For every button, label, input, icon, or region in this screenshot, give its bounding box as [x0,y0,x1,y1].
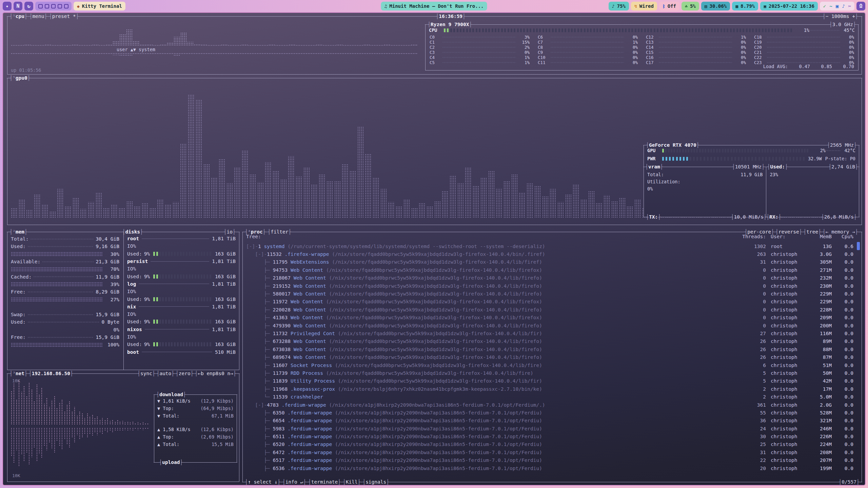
mem-stat-row: Available:21,3 GiB [11,258,119,265]
reverse-toggle[interactable]: reverse [775,229,802,235]
process-row[interactable]: ├─ 6654 .ferdium-wrappe (/nix/store/a1pj… [246,417,853,425]
disks-title[interactable]: disks [122,229,143,235]
process-row[interactable]: ├─ 479390 Web Content (/nix/store/fqadd0… [246,322,853,329]
launcher-icon[interactable]: ✦ [3,2,12,11]
mem-box-title[interactable]: ²mem [9,229,27,235]
tree-toggle[interactable]: tree [804,229,821,235]
sync-button[interactable]: sync [137,371,155,376]
gpu-power-meter [662,157,805,161]
cpu-user-graph [11,26,418,46]
process-row[interactable]: ├─ 6472 .ferdium-wrappe (/nix/store/a1pj… [246,448,853,456]
process-row[interactable]: [-]-4783 .ferdium-wrappe (/nix/store/a1p… [246,401,853,409]
process-row[interactable]: ├─ 219152 Web Content (/nix/store/fqadd0… [246,282,853,290]
net-stat-row: ▼ 1,61 KiB/s(12,9 Kibps) [154,397,237,405]
check-icon[interactable]: ✓ [823,3,826,9]
workspace-icon[interactable] [38,4,43,8]
update-icon[interactable]: ↻ [24,2,33,11]
process-row[interactable]: ├─ 11972 Web Content (/nix/store/fqadd0b… [246,298,853,306]
zero-button[interactable]: zero [176,371,193,376]
net-box-title[interactable]: ³net [9,371,27,376]
process-row[interactable]: ├─ 6520 .ferdium-wrappe (/nix/store/a1pj… [246,441,853,448]
scrollbar-thumb[interactable] [857,242,860,250]
status-cpu-usage[interactable]: ☘5% [682,2,699,11]
menu-button[interactable]: menu [29,14,47,19]
process-row[interactable]: ├─ 6536 .ferdium-wrappe (/nix/store/a1pj… [246,464,853,472]
kitty-terminal-button[interactable]: ◆ Kitty Terminal [74,2,125,11]
header-tree[interactable]: Tree: [246,234,739,239]
kill-control[interactable]: Kill [343,479,360,485]
gpu-box-title[interactable]: ⁵gpu0 [9,75,30,81]
workspace-icon[interactable] [64,4,68,8]
info-control[interactable]: info ↵ [282,479,306,485]
process-row[interactable]: ├─ 220028 Web Content (/nix/store/fqadd0… [246,306,853,313]
signals-control[interactable]: signals [362,479,389,485]
header-cpu[interactable]: Cpu% [832,234,853,239]
process-row[interactable]: ├─ 218067 Web Content (/nix/store/fqadd0… [246,274,853,282]
header-user[interactable]: User: [766,234,806,239]
net-stat-row: ▲ Top:(2,69 Mibps) [154,433,237,441]
media-player[interactable]: ♫ Minuit Machine – Don't Run Fro... [381,2,487,11]
process-row[interactable]: ├─ 6511 .ferdium-wrappe (/nix/store/a1pj… [246,432,853,440]
mem-stat-row: Total:30,4 GiB [11,235,119,243]
process-row[interactable]: ├─ 94753 Web Content (/nix/store/fqadd0b… [246,266,853,274]
process-row[interactable]: └─ 11539 crashhelper 2christoph5.0M0.0 [246,393,853,401]
cpu-box-title[interactable]: ¹cpu [9,14,27,19]
process-row[interactable]: ├─ 11739 RDD Process (/nix/store/fqadd0b… [246,369,853,377]
core-row: C220% [754,55,854,60]
process-row[interactable]: ├─ 11607 Socket Process (/nix/store/fqad… [246,361,853,369]
disk-row: log1,81 TiB [127,280,236,288]
download-stats: ▼ 1,61 KiB/s(12,9 Kibps)▼ Top:(64,9 Mibp… [154,394,237,420]
selection-counter: 0/557 [839,479,860,485]
update-interval-control[interactable]: − 1000ms + [823,14,858,19]
cpu-total-row: CPU 1% 45°C [426,27,858,33]
process-row[interactable]: ├─ 11732 Privileged Cont (/nix/store/fqa… [246,329,853,337]
select-control[interactable]: ↑ select ↓ [245,479,280,485]
proc-box-title[interactable]: ⁴proc [245,229,265,235]
process-row[interactable]: [-]-1 systemd (/run/current-system/syste… [246,242,853,250]
terminate-control[interactable]: terminate [308,479,341,485]
workspace-icon[interactable] [51,4,56,8]
process-row[interactable]: ├─ 6350 .ferdium-wrappe (/nix/store/a1pj… [246,409,853,416]
core-row: C150% [646,50,746,55]
preset-button[interactable]: preset * [49,14,79,19]
process-row[interactable]: ├─ 11839 Utility Process (/nix/store/fqa… [246,377,853,385]
vram-section: vram 10501 MHz Total:11,9 GiB Utilizatio… [644,167,859,217]
workspace-icon[interactable] [58,4,62,8]
io-toggle[interactable]: io [224,229,236,235]
interface-switcher[interactable]: ←b enp8s0 n→ [195,371,236,376]
scissors-icon[interactable]: ✂ [848,3,851,9]
process-row[interactable]: [-]-11532 .firefox-wrappe (/nix/store/fq… [246,250,853,258]
disk-io-row: IO% [127,310,236,318]
header-threads[interactable]: Threads: [739,234,766,239]
auto-button[interactable]: auto [157,371,174,376]
status-bluetooth[interactable]: ᛒOff [659,2,679,11]
display-icon[interactable]: ▣ [836,3,839,9]
per-core-toggle[interactable]: per-core [745,229,774,235]
process-row[interactable]: ├─ 580017 Web Content (/nix/store/fqadd0… [246,290,853,298]
sort-column-selector[interactable]: ← memory → [823,229,858,235]
nixos-icon[interactable]: N [14,2,22,11]
status-volume[interactable]: ♪75% [609,2,629,11]
process-row[interactable]: ├─ 11795 WebExtensions (/nix/store/fqadd… [246,258,853,266]
status-network[interactable]: ↯Wired [631,2,657,11]
status-clock[interactable]: ▣2025-07-22 16:36 [760,2,818,11]
process-row[interactable]: ├─ 673038 Web Content (/nix/store/fqadd0… [246,345,853,353]
process-row[interactable]: ├─ 41363 Web Content (/nix/store/fqadd0b… [246,314,853,322]
btop-terminal: ¹cpu menu preset * 16:36:59 − 1000ms + u… [2,12,866,486]
filter-button[interactable]: filter [268,229,291,235]
disk-io-row: IO% [127,242,236,250]
core-row: C80% [538,45,638,50]
process-row[interactable]: ├─ 11968 .keepassxc-prox (/nix/store/bsl… [246,385,853,393]
wave-icon[interactable]: ~ [829,3,832,9]
status-memory-usage[interactable]: ▦8.79% [732,2,758,11]
process-row[interactable]: ├─ 673288 Web Content (/nix/store/fqadd0… [246,338,853,345]
process-row[interactable]: ├─ 5983 .ferdium-wrappe (/nix/store/a1pj… [246,425,853,432]
bell-icon[interactable]: Ω [856,2,865,11]
process-row[interactable]: ├─ 689674 Web Content (/nix/store/fqadd0… [246,353,853,361]
audio-icon[interactable]: ♪ [842,3,845,9]
core-row: C100% [538,55,638,60]
header-memory[interactable]: MemB [806,234,832,239]
workspace-icon[interactable] [45,4,49,8]
process-row[interactable]: ├─ 6517 .ferdium-wrappe (/nix/store/a1pj… [246,456,853,464]
status-disk-usage[interactable]: ▤30.06% [701,2,730,11]
